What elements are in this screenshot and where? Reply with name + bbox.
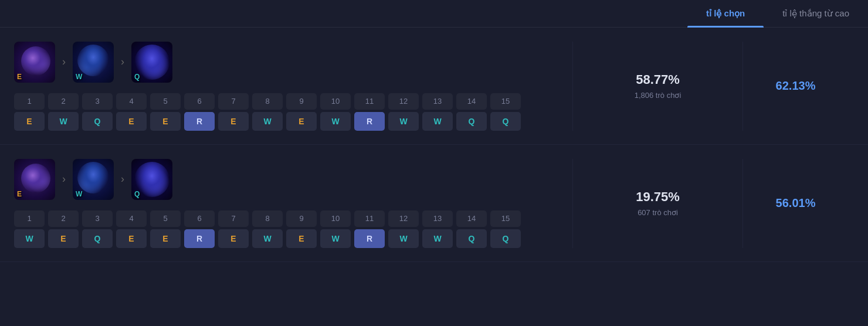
header-tabs: tỉ lệ chọn tỉ lệ thắng từ cao (0, 0, 868, 28)
win-rate-1: 62.13% (776, 79, 816, 93)
champion-icon-w-2 (73, 159, 114, 200)
stats-panel-1: 58.77%1,806 trò chơi (572, 42, 742, 131)
tab-ti-le-chon[interactable]: tỉ lệ chọn (687, 0, 764, 27)
level-num-1-13: 13 (422, 93, 453, 110)
level-cell-1-7: 7E (218, 93, 249, 131)
level-cell-1-3: 3Q (82, 93, 113, 131)
skill-icons-row-2: ›› (14, 159, 572, 200)
level-num-1-7: 7 (218, 93, 249, 110)
arrow-icon-2-2: › (121, 173, 124, 185)
skill-btn-2-8: W (252, 229, 283, 248)
skill-btn-1-14: Q (456, 112, 487, 131)
level-cell-1-8: 8W (252, 93, 283, 131)
skill-btn-1-9: E (286, 112, 317, 131)
level-cell-1-11: 11R (354, 93, 385, 131)
level-cell-2-5: 5E (150, 210, 181, 248)
skill-btn-2-1: W (14, 229, 45, 248)
games-count-2: 607 trò chơi (638, 208, 678, 217)
level-cell-1-14: 14Q (456, 93, 487, 131)
level-num-1-12: 12 (388, 93, 419, 110)
skill-btn-1-11: R (354, 112, 385, 131)
level-num-2-9: 9 (286, 210, 317, 227)
level-cell-2-15: 15Q (490, 210, 521, 248)
skill-btn-1-3: Q (82, 112, 113, 131)
champion-icon-q-2 (131, 159, 172, 200)
level-num-2-12: 12 (388, 210, 419, 227)
champion-icon-e-2 (14, 159, 55, 200)
level-cell-2-2: 2E (48, 210, 79, 248)
level-num-2-3: 3 (82, 210, 113, 227)
skill-btn-1-13: W (422, 112, 453, 131)
level-num-1-1: 1 (14, 93, 45, 110)
arrow-icon-2-1: › (62, 173, 66, 185)
skill-btn-1-12: W (388, 112, 419, 131)
level-cell-2-1: 1W (14, 210, 45, 248)
skill-btn-1-2: W (48, 112, 79, 131)
games-count-1: 1,806 trò chơi (635, 91, 681, 100)
skill-btn-1-8: W (252, 112, 283, 131)
skill-btn-2-15: Q (490, 229, 521, 248)
right-panels-2: 19.75%607 trò chơi56.01% (572, 159, 854, 248)
level-num-1-4: 4 (116, 93, 147, 110)
build-info-1: ››1E2W3Q4E5E6R7E8W9E10W11R12W13W14Q15Q (14, 42, 572, 131)
level-cell-1-4: 4E (116, 93, 147, 131)
skill-btn-2-12: W (388, 229, 419, 248)
skill-btn-1-15: Q (490, 112, 521, 131)
level-num-2-15: 15 (490, 210, 521, 227)
level-num-2-13: 13 (422, 210, 453, 227)
skill-btn-1-4: E (116, 112, 147, 131)
skill-btn-2-10: W (320, 229, 351, 248)
skill-btn-2-9: E (286, 229, 317, 248)
level-cell-1-6: 6R (184, 93, 215, 131)
build-row-2: ››1W2E3Q4E5E6R7E8W9E10W11R12W13W14Q15Q19… (0, 145, 868, 262)
skill-btn-2-7: E (218, 229, 249, 248)
win-rate-panel-2: 56.01% (742, 159, 848, 248)
stats-panel-2: 19.75%607 trò chơi (572, 159, 742, 248)
build-inner-1: ››1E2W3Q4E5E6R7E8W9E10W11R12W13W14Q15Q58… (14, 42, 854, 131)
level-num-1-10: 10 (320, 93, 351, 110)
level-cell-2-13: 13W (422, 210, 453, 248)
tab-ti-le-thang[interactable]: tỉ lệ thắng từ cao (764, 0, 868, 27)
level-cell-1-5: 5E (150, 93, 181, 131)
skill-icons-row-1: ›› (14, 42, 572, 83)
level-cell-2-8: 8W (252, 210, 283, 248)
level-num-1-6: 6 (184, 93, 215, 110)
level-cell-2-3: 3Q (82, 210, 113, 248)
win-rate-panel-1: 62.13% (742, 42, 848, 131)
level-cell-1-10: 10W (320, 93, 351, 131)
level-cell-1-2: 2W (48, 93, 79, 131)
win-rate-2: 56.01% (776, 196, 816, 210)
level-cell-2-14: 14Q (456, 210, 487, 248)
skill-btn-2-4: E (116, 229, 147, 248)
level-cell-2-10: 10W (320, 210, 351, 248)
level-num-1-2: 2 (48, 93, 79, 110)
skill-btn-2-5: E (150, 229, 181, 248)
level-num-1-14: 14 (456, 93, 487, 110)
level-num-2-1: 1 (14, 210, 45, 227)
app-container: tỉ lệ chọn tỉ lệ thắng từ cao ››1E2W3Q4E… (0, 0, 868, 262)
level-cell-2-9: 9E (286, 210, 317, 248)
level-num-2-2: 2 (48, 210, 79, 227)
champion-icon-q-1 (131, 42, 172, 83)
skill-btn-2-11: R (354, 229, 385, 248)
champion-icon-e-1 (14, 42, 55, 83)
build-inner-2: ››1W2E3Q4E5E6R7E8W9E10W11R12W13W14Q15Q19… (14, 159, 854, 248)
level-cell-2-12: 12W (388, 210, 419, 248)
level-row-2: 1W2E3Q4E5E6R7E8W9E10W11R12W13W14Q15Q (14, 210, 572, 248)
skill-btn-1-10: W (320, 112, 351, 131)
level-cell-1-1: 1E (14, 93, 45, 131)
level-cell-2-6: 6R (184, 210, 215, 248)
arrow-icon-1-2: › (121, 56, 124, 68)
level-num-1-9: 9 (286, 93, 317, 110)
level-num-2-6: 6 (184, 210, 215, 227)
skill-btn-1-6: R (184, 112, 215, 131)
level-num-1-5: 5 (150, 93, 181, 110)
level-num-1-3: 3 (82, 93, 113, 110)
skill-btn-2-14: Q (456, 229, 487, 248)
level-cell-1-13: 13W (422, 93, 453, 131)
build-row-1: ››1E2W3Q4E5E6R7E8W9E10W11R12W13W14Q15Q58… (0, 28, 868, 145)
level-num-1-15: 15 (490, 93, 521, 110)
skill-btn-2-6: R (184, 229, 215, 248)
skill-btn-2-13: W (422, 229, 453, 248)
level-num-2-7: 7 (218, 210, 249, 227)
